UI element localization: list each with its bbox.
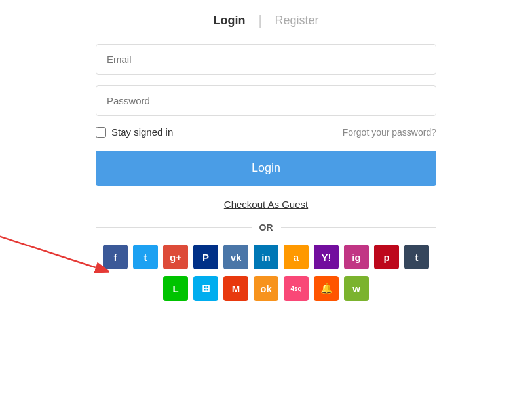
tab-register[interactable]: Register xyxy=(262,14,332,28)
or-divider: OR xyxy=(96,222,436,233)
stay-signed-text: Stay signed in xyxy=(111,127,173,138)
social-icon-foursquare[interactable]: 4sq xyxy=(284,276,309,301)
social-icon-wechat[interactable]: w xyxy=(344,276,369,301)
email-input[interactable] xyxy=(96,44,436,75)
social-row-2: L⊞Mok4sq🔔w xyxy=(96,276,436,301)
svg-line-1 xyxy=(0,231,96,267)
checkout-guest-section: Checkout As Guest xyxy=(96,199,436,210)
login-button[interactable]: Login xyxy=(96,151,436,186)
social-icon-pinterest[interactable]: p xyxy=(374,245,399,269)
social-icon-twitter[interactable]: t xyxy=(133,245,158,269)
options-row: Stay signed in Forgot your password? xyxy=(96,127,436,138)
social-row-1: ftg+PvkinaY!igpt xyxy=(96,245,436,269)
forgot-password-link[interactable]: Forgot your password? xyxy=(343,127,436,138)
social-icon-instagram[interactable]: ig xyxy=(344,245,369,269)
tab-login[interactable]: Login xyxy=(200,14,258,28)
social-icon-line[interactable]: L xyxy=(163,276,188,301)
stay-signed-label[interactable]: Stay signed in xyxy=(96,127,173,138)
social-icon-google-plus[interactable]: g+ xyxy=(163,245,188,269)
password-input[interactable] xyxy=(96,85,436,116)
social-icon-windows[interactable]: ⊞ xyxy=(193,276,218,301)
social-icon-odnoklassniki[interactable]: ok xyxy=(254,276,278,301)
or-text: OR xyxy=(259,222,273,233)
divider-line-right xyxy=(281,227,437,228)
red-arrow xyxy=(0,225,109,277)
social-icon-paypal[interactable]: P xyxy=(193,245,218,269)
email-group xyxy=(96,44,436,75)
social-icon-linkedin[interactable]: in xyxy=(254,245,278,269)
checkout-guest-link[interactable]: Checkout As Guest xyxy=(224,199,308,210)
social-icon-soundcloud[interactable]: 🔔 xyxy=(314,276,339,301)
social-icon-tumblr[interactable]: t xyxy=(404,245,429,269)
social-icon-amazon[interactable]: a xyxy=(284,245,309,269)
stay-signed-checkbox[interactable] xyxy=(96,127,106,138)
social-icon-facebook[interactable]: f xyxy=(103,245,128,269)
social-icon-mail-ru[interactable]: M xyxy=(223,276,248,301)
divider-line-left xyxy=(96,227,252,228)
password-group xyxy=(96,85,436,116)
social-icon-vk[interactable]: vk xyxy=(223,245,248,269)
social-icon-yahoo[interactable]: Y! xyxy=(314,245,339,269)
